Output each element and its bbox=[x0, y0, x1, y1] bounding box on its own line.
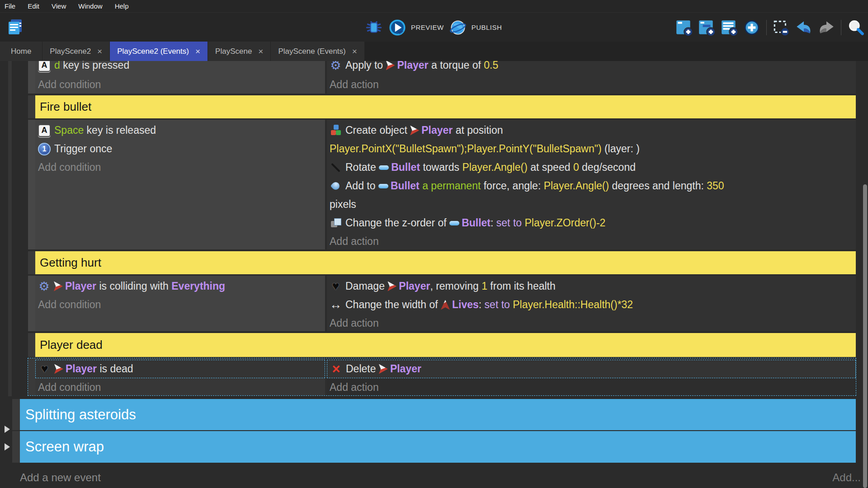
player-icon bbox=[379, 364, 388, 374]
add-event-button[interactable] bbox=[675, 18, 693, 37]
redo-icon bbox=[817, 18, 836, 37]
event-drag-handle[interactable] bbox=[28, 276, 35, 331]
action-line[interactable]: Create object Player at position bbox=[327, 121, 856, 140]
add-more-button[interactable]: Add... bbox=[832, 471, 861, 484]
tab-playscene2-events[interactable]: PlayScene2 (Events) × bbox=[110, 42, 208, 61]
preview-button[interactable]: PREVIEW bbox=[388, 18, 444, 37]
expand-caret-icon[interactable] bbox=[5, 426, 10, 433]
token: Player bbox=[390, 363, 421, 375]
action-line[interactable]: ⚙Apply to Player a torque of 0.5 bbox=[327, 61, 856, 75]
debug-button[interactable] bbox=[364, 18, 383, 37]
search-icon bbox=[846, 18, 865, 37]
tab-playscene2[interactable]: PlayScene2 × bbox=[42, 42, 110, 61]
add-condition[interactable]: Add condition bbox=[35, 75, 325, 94]
add-condition[interactable]: Add condition bbox=[35, 296, 325, 314]
close-icon[interactable]: × bbox=[97, 47, 102, 56]
event-drag-handle[interactable] bbox=[28, 61, 35, 94]
action-line[interactable]: Rotate Bullet towards Player.Angle() at … bbox=[327, 158, 856, 177]
action-line[interactable]: ↔Change the width of Lives: set to Playe… bbox=[327, 296, 856, 314]
condition-line[interactable]: ASpace key is released bbox=[35, 121, 325, 140]
event-row[interactable]: Ad key is pressed Add condition ⚙Apply t… bbox=[28, 61, 856, 94]
condition-line[interactable]: Ad key is pressed bbox=[35, 61, 325, 75]
menu-window[interactable]: Window bbox=[78, 2, 102, 10]
group-header-getting-hurt[interactable]: Getting hurt bbox=[28, 251, 856, 274]
add-comment-button[interactable] bbox=[720, 18, 739, 37]
redo-button[interactable] bbox=[817, 18, 836, 37]
condition-line[interactable]: ♥Player is dead bbox=[35, 360, 325, 378]
add-comment-icon bbox=[720, 18, 739, 37]
token: key is released bbox=[84, 124, 156, 136]
heart-icon: ♥ bbox=[330, 280, 342, 292]
token: , removing bbox=[430, 280, 481, 292]
group-header-splitting-asteroids[interactable]: Splitting asteroids bbox=[12, 399, 856, 430]
group-title: Player dead bbox=[40, 338, 103, 352]
close-icon[interactable]: × bbox=[352, 47, 357, 56]
token: at position bbox=[453, 124, 503, 136]
token: force, angle: bbox=[481, 180, 543, 192]
add-subevent-button[interactable] bbox=[697, 18, 716, 37]
search-button[interactable] bbox=[846, 18, 865, 37]
menu-file[interactable]: File bbox=[5, 2, 15, 10]
add-action[interactable]: Add action bbox=[327, 232, 856, 249]
token: set to bbox=[485, 299, 513, 311]
add-circle-button[interactable] bbox=[742, 18, 761, 37]
event-row-selected[interactable]: ♥Player is dead Add condition ×Delete Pl… bbox=[28, 358, 856, 395]
token: a permanent bbox=[422, 180, 481, 192]
menu-help[interactable]: Help bbox=[115, 2, 129, 10]
z-order-icon bbox=[330, 217, 342, 229]
token: : bbox=[491, 217, 496, 229]
action-line[interactable]: Add to Bullet a permanent force, angle: … bbox=[327, 177, 856, 195]
event-drag-handle[interactable] bbox=[28, 333, 35, 357]
tab-label: PlayScene2 bbox=[50, 47, 91, 56]
event-drag-handle[interactable] bbox=[28, 95, 35, 118]
event-row[interactable]: ASpace key is released1Trigger once Add … bbox=[28, 120, 856, 249]
group-header-screen-wrap[interactable]: Screen wrap bbox=[12, 431, 856, 463]
action-line[interactable]: ♥Damage Player, removing 1 from its heal… bbox=[327, 277, 856, 296]
add-condition[interactable]: Add condition bbox=[35, 378, 325, 395]
undo-button[interactable] bbox=[794, 18, 813, 37]
close-icon[interactable]: × bbox=[258, 47, 263, 56]
token: degrees and length: bbox=[609, 180, 707, 192]
expand-caret-icon[interactable] bbox=[5, 443, 10, 450]
event-drag-handle[interactable] bbox=[28, 358, 35, 395]
deselect-icon bbox=[772, 18, 791, 37]
event-drag-handle[interactable] bbox=[28, 251, 35, 274]
bullet-icon bbox=[378, 184, 388, 188]
action-line[interactable]: pixels bbox=[327, 195, 856, 214]
publish-button[interactable]: PUBLISH bbox=[448, 18, 502, 37]
scrollbar-thumb[interactable] bbox=[863, 184, 867, 488]
event-drag-handle[interactable] bbox=[28, 120, 35, 249]
token: Change the width of bbox=[345, 299, 441, 311]
token: Bullet bbox=[462, 217, 491, 229]
project-manager-button[interactable] bbox=[5, 17, 25, 37]
action-line[interactable]: Change the z-order of Bullet: set to Pla… bbox=[327, 214, 856, 232]
physics-icon: ⚙ bbox=[38, 280, 50, 292]
event-row[interactable]: ⚙Player is colliding with Everything Add… bbox=[28, 276, 856, 331]
add-condition[interactable]: Add condition bbox=[35, 158, 325, 177]
add-action[interactable]: Add action bbox=[327, 314, 856, 331]
add-action[interactable]: Add action bbox=[327, 75, 856, 94]
tab-playscene[interactable]: PlayScene × bbox=[208, 42, 271, 61]
token: a torque of bbox=[429, 61, 484, 71]
condition-line[interactable]: 1Trigger once bbox=[35, 140, 325, 158]
token: : bbox=[479, 299, 485, 311]
group-header-fire-bullet[interactable]: Fire bullet bbox=[28, 95, 856, 118]
close-icon[interactable]: × bbox=[195, 47, 200, 56]
condition-line[interactable]: ⚙Player is colliding with Everything bbox=[35, 277, 325, 296]
tab-home[interactable]: Home bbox=[0, 42, 42, 61]
event-drag-handle[interactable] bbox=[12, 399, 20, 430]
token: Player bbox=[399, 280, 430, 292]
token: pixels bbox=[330, 198, 356, 211]
add-new-event-button[interactable]: Add a new event bbox=[20, 471, 101, 484]
tab-playscene-events[interactable]: PlayScene (Events) × bbox=[271, 42, 364, 61]
action-line[interactable]: ×Delete Player bbox=[327, 360, 856, 378]
action-line[interactable]: Player.PointX("BulletSpawn");Player.Poin… bbox=[327, 140, 856, 158]
deselect-button[interactable] bbox=[772, 18, 791, 37]
menu-edit[interactable]: Edit bbox=[28, 2, 39, 10]
add-action[interactable]: Add action bbox=[327, 378, 856, 395]
group-header-player-dead[interactable]: Player dead bbox=[28, 333, 856, 357]
keyboard-icon: A bbox=[38, 61, 51, 72]
group-title: Getting hurt bbox=[40, 256, 101, 270]
event-drag-handle[interactable] bbox=[12, 431, 20, 463]
menu-view[interactable]: View bbox=[52, 2, 66, 10]
